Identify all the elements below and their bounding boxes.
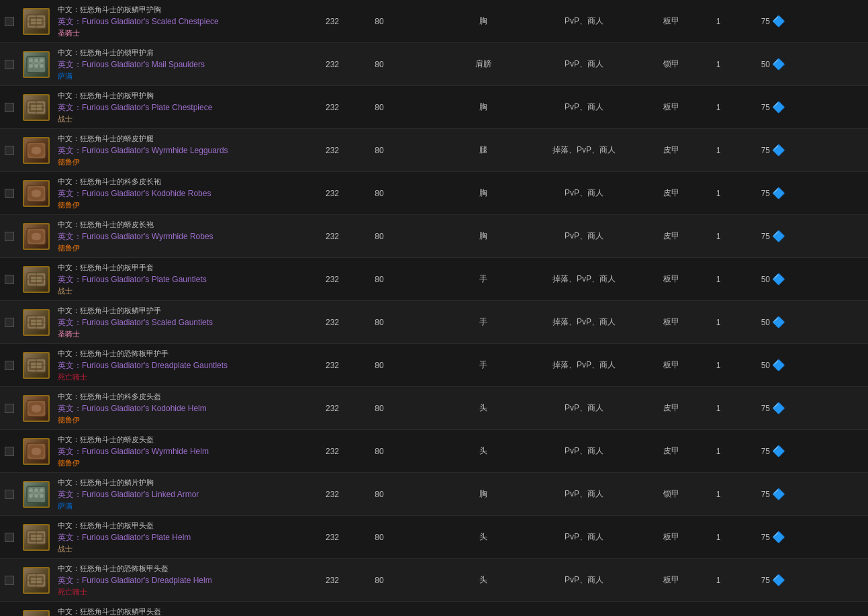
- item-icon: [19, 524, 54, 551]
- row-checkbox[interactable]: [0, 103, 19, 112]
- item-slot: 头: [443, 402, 524, 414]
- item-count: 1: [698, 447, 738, 456]
- currency-value: 75: [761, 533, 770, 542]
- item-source: PvP、商人: [524, 230, 644, 242]
- item-name: 中文：狂怒角斗士的锁甲护肩 英文：Furious Gladiator's Mai…: [54, 46, 309, 83]
- item-armor-type: 皮甲: [644, 187, 698, 199]
- item-count: 1: [698, 60, 738, 69]
- item-level: 80: [356, 189, 403, 198]
- row-checkbox[interactable]: [0, 361, 19, 370]
- item-source: PvP、商人: [524, 531, 644, 543]
- item-slot: 胸: [443, 101, 524, 113]
- item-slot: 头: [443, 574, 524, 586]
- currency-value: 75: [761, 404, 770, 413]
- item-ilvl: 232: [309, 447, 356, 456]
- table-row: 中文：狂怒角斗士的板甲头盔 英文：Furious Gladiator's Pla…: [0, 516, 868, 559]
- item-icon: [19, 51, 54, 78]
- row-checkbox[interactable]: [0, 232, 19, 241]
- item-armor-type: 板甲: [644, 531, 698, 543]
- currency-value: 75: [761, 490, 770, 499]
- item-source: 掉落、PvP、商人: [524, 316, 644, 328]
- item-count: 1: [698, 361, 738, 370]
- item-icon: [19, 309, 54, 336]
- item-count: 1: [698, 404, 738, 413]
- item-armor-type: 皮甲: [644, 445, 698, 457]
- currency-icon: 🔷: [772, 230, 785, 243]
- currency-value: 50: [761, 361, 770, 370]
- currency-icon: 🔷: [772, 445, 785, 457]
- table-row: 中文：狂怒角斗士的蟒皮护腿 英文：Furious Gladiator's Wyr…: [0, 129, 868, 172]
- item-icon: [19, 266, 54, 293]
- currency-value: 50: [761, 60, 770, 69]
- item-level: 80: [356, 60, 403, 69]
- item-icon: [19, 438, 54, 465]
- row-checkbox[interactable]: [0, 275, 19, 284]
- row-checkbox[interactable]: [0, 533, 19, 542]
- item-name: 中文：狂怒角斗士的恐怖板甲头盔 英文：Furious Gladiator's D…: [54, 562, 309, 599]
- item-count: 1: [698, 17, 738, 26]
- currency-icon: 🔷: [772, 58, 785, 71]
- row-checkbox[interactable]: [0, 447, 19, 456]
- item-name: 中文：狂怒角斗士的蟒皮长袍 英文：Furious Gladiator's Wyr…: [54, 218, 309, 255]
- currency-value: 50: [761, 318, 770, 327]
- item-slot: 手: [443, 359, 524, 371]
- table-row: 中文：狂怒角斗士的蟒皮头盔 英文：Furious Gladiator's Wyr…: [0, 430, 868, 473]
- item-count: 1: [698, 576, 738, 585]
- row-checkbox[interactable]: [0, 490, 19, 499]
- item-ilvl: 232: [309, 103, 356, 112]
- row-checkbox[interactable]: [0, 60, 19, 69]
- item-name: 中文：狂怒角斗士的板甲手套 英文：Furious Gladiator's Pla…: [54, 261, 309, 298]
- item-name: 中文：狂怒角斗士的鳞片护胸 英文：Furious Gladiator's Lin…: [54, 476, 309, 513]
- item-name: 中文：狂怒角斗士的板甲头盔 英文：Furious Gladiator's Pla…: [54, 519, 309, 556]
- table-row: 中文：狂怒角斗士的板鳞甲护手 英文：Furious Gladiator's Sc…: [0, 301, 868, 344]
- currency-value: 75: [761, 17, 770, 26]
- item-currency: 50 🔷: [738, 273, 792, 285]
- currency-value: 75: [761, 146, 770, 155]
- currency-icon: 🔷: [772, 316, 785, 328]
- item-level: 80: [356, 146, 403, 155]
- table-row: 中文：狂怒角斗士的板甲护胸 英文：Furious Gladiator's Pla…: [0, 86, 868, 129]
- item-armor-type: 皮甲: [644, 402, 698, 414]
- svg-point-46: [32, 491, 36, 495]
- item-source: PvP、商人: [524, 187, 644, 199]
- item-armor-type: 板甲: [644, 15, 698, 27]
- item-slot: 手: [443, 273, 524, 285]
- item-icon: [19, 137, 54, 164]
- currency-icon: 🔷: [772, 15, 785, 28]
- currency-value: 75: [761, 189, 770, 198]
- item-ilvl: 232: [309, 318, 356, 327]
- table-row: 中文：狂怒角斗士的板鳞甲护胸 英文：Furious Gladiator's Sc…: [0, 0, 868, 43]
- item-slot: 手: [443, 316, 524, 328]
- item-slot: 头: [443, 445, 524, 457]
- item-slot: 头: [443, 531, 524, 543]
- table-row: 中文：狂怒角斗士的蟒皮长袍 英文：Furious Gladiator's Wyr…: [0, 215, 868, 258]
- row-checkbox[interactable]: [0, 146, 19, 155]
- item-name: 中文：狂怒角斗士的恐怖板甲护手 英文：Furious Gladiator's D…: [54, 347, 309, 384]
- item-source: PvP、商人: [524, 58, 644, 70]
- currency-icon: 🔷: [772, 402, 785, 414]
- row-checkbox[interactable]: [0, 404, 19, 413]
- row-checkbox[interactable]: [0, 576, 19, 585]
- table-row: 中文：狂怒角斗士的恐怖板甲头盔 英文：Furious Gladiator's D…: [0, 559, 868, 602]
- item-icon: [19, 94, 54, 121]
- item-count: 1: [698, 318, 738, 327]
- currency-value: 75: [761, 103, 770, 112]
- row-checkbox[interactable]: [0, 17, 19, 26]
- item-icon: [19, 395, 54, 422]
- item-ilvl: 232: [309, 576, 356, 585]
- item-currency: 50 🔷: [738, 58, 792, 71]
- currency-icon: 🔷: [772, 144, 785, 157]
- item-currency: 75 🔷: [738, 402, 792, 414]
- item-currency: 75 🔷: [738, 531, 792, 543]
- item-level: 80: [356, 361, 403, 370]
- table-row: 中文：狂怒角斗士的恐怖板甲护手 英文：Furious Gladiator's D…: [0, 344, 868, 387]
- item-armor-type: 板甲: [644, 359, 698, 371]
- table-row: 中文：狂怒角斗士的板鳞甲头盔 英文：Furious Gladiator's Sc…: [0, 602, 868, 616]
- item-source: 掉落、PvP、商人: [524, 144, 644, 156]
- row-checkbox[interactable]: [0, 318, 19, 327]
- item-ilvl: 232: [309, 189, 356, 198]
- item-icon: [19, 8, 54, 35]
- currency-icon: 🔷: [772, 101, 785, 114]
- item-currency: 50 🔷: [738, 359, 792, 371]
- row-checkbox[interactable]: [0, 189, 19, 198]
